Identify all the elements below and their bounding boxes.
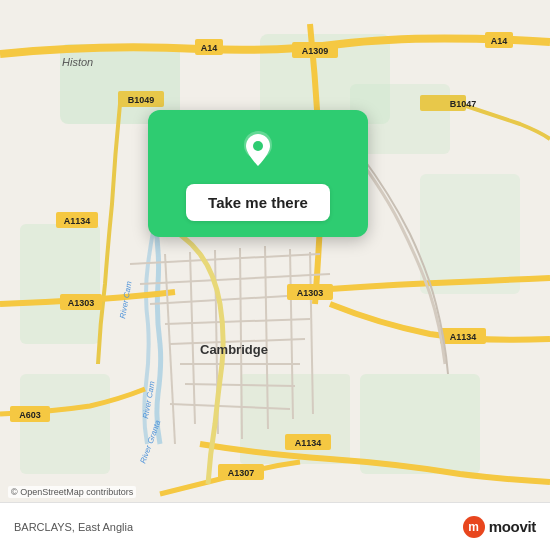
svg-text:A1303: A1303	[297, 288, 324, 298]
destination-card: Take me there	[148, 110, 368, 237]
svg-rect-6	[420, 174, 520, 294]
bottom-bar: BARCLAYS, East Anglia m moovit	[0, 502, 550, 550]
moovit-logo: m moovit	[463, 516, 536, 538]
moovit-wordmark: moovit	[489, 518, 536, 535]
svg-text:Cambridge: Cambridge	[200, 342, 268, 357]
svg-text:B1049: B1049	[128, 95, 155, 105]
svg-text:A14: A14	[491, 36, 508, 46]
svg-text:A1309: A1309	[302, 46, 329, 56]
location-label: BARCLAYS, East Anglia	[14, 521, 133, 533]
svg-text:B1047: B1047	[450, 99, 477, 109]
map-container: A1134 A1303 A1309 A1303 B1049 B1049 B104…	[0, 0, 550, 550]
svg-text:A14: A14	[201, 43, 218, 53]
svg-text:A1303: A1303	[68, 298, 95, 308]
svg-rect-3	[20, 224, 100, 344]
svg-line-9	[140, 274, 330, 284]
svg-text:A1134: A1134	[64, 216, 91, 226]
svg-rect-4	[20, 374, 110, 474]
svg-text:A1307: A1307	[228, 468, 255, 478]
take-me-there-button[interactable]: Take me there	[186, 184, 330, 221]
svg-text:A1134: A1134	[295, 438, 322, 448]
svg-line-11	[165, 319, 310, 324]
svg-text:A603: A603	[19, 410, 41, 420]
svg-point-54	[253, 141, 263, 151]
svg-text:A1134: A1134	[450, 332, 477, 342]
map-pin-icon	[236, 128, 280, 172]
svg-text:River Cam: River Cam	[141, 380, 156, 419]
svg-text:Histon: Histon	[62, 56, 93, 68]
moovit-m-icon: m	[463, 516, 485, 538]
svg-line-17	[190, 252, 195, 424]
osm-attribution: © OpenStreetMap contributors	[8, 486, 136, 498]
svg-rect-5	[360, 374, 480, 474]
svg-text:River Cam: River Cam	[118, 280, 133, 319]
map-svg: A1134 A1303 A1309 A1303 B1049 B1049 B104…	[0, 0, 550, 550]
